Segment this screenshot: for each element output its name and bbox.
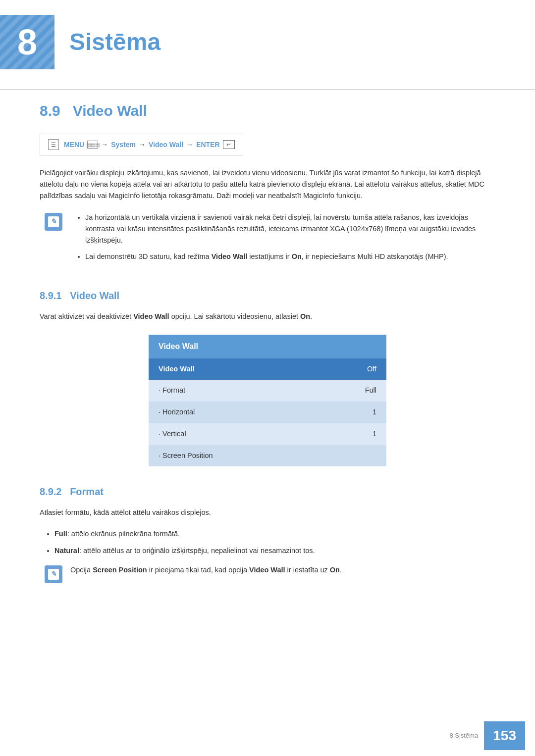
video-wall-item: Video Wall <box>149 140 183 150</box>
page-footer: 8 Sistēma 153 <box>0 715 535 756</box>
widget-vertical-value: 1 <box>373 429 376 440</box>
widget-row-screenposition[interactable]: · Screen Position <box>149 445 386 467</box>
note-box-1: ✎ Ja horizontālā un vertikālā virzienā i… <box>40 212 495 271</box>
note2-text: Opcija Screen Position ir pieejama tikai… <box>70 564 495 576</box>
footer-page-number: 153 <box>484 721 525 750</box>
full-bold: Full <box>54 530 67 538</box>
subsection-891-heading: 8.9.1 Video Wall <box>40 288 495 303</box>
note-bullet-1: Ja horizontālā un vertikālā virzienā ir … <box>85 212 495 247</box>
widget-videowall-label: Video Wall <box>159 364 195 375</box>
on-bold: On <box>300 312 310 320</box>
note-content-2: Opcija Screen Position ir pieejama tikai… <box>70 564 495 586</box>
widget-videowall-value: Off <box>367 364 376 375</box>
subsection-892-title: Format <box>70 486 104 497</box>
screen-position-bold: Screen Position <box>93 566 147 574</box>
widget-row-videowall[interactable]: Video Wall Off <box>149 358 386 380</box>
widget-vertical-label: · Vertical <box>159 429 186 440</box>
on-bold-2: On <box>330 566 340 574</box>
video-wall-bold: Video Wall <box>133 312 169 320</box>
video-wall-widget: Video Wall Video Wall Off · Format Full … <box>149 335 386 467</box>
chapter-number-block: 8 <box>0 15 54 69</box>
format-bullet-list: Full: attēlo ekrānus pilnekrāna formātā.… <box>40 528 495 556</box>
widget-title-bar: Video Wall <box>149 335 386 358</box>
menu-grid-icon: ▤▤▤ <box>87 141 98 149</box>
format-bullet-full: Full: attēlo ekrānus pilnekrāna formātā. <box>54 528 495 540</box>
subsection-891-body: Varat aktivizēt vai deaktivizēt Video Wa… <box>40 311 495 322</box>
arrow2: → <box>139 140 146 150</box>
subsection-892-heading: 8.9.2 Format <box>40 484 495 499</box>
chapter-title: Sistēma <box>69 24 160 60</box>
note-icon-2: ✎ <box>45 565 62 583</box>
menu-path-box: ☰ MENU ▤▤▤ → System → Video Wall → ENTER… <box>40 134 243 155</box>
widget-row-horizontal[interactable]: · Horizontal 1 <box>149 402 386 423</box>
widget-row-vertical[interactable]: · Vertical 1 <box>149 423 386 445</box>
note-box-2: ✎ Opcija Screen Position ir pieejama tik… <box>40 564 495 586</box>
widget-horizontal-value: 1 <box>373 407 376 418</box>
menu-icon: ☰ <box>48 139 59 150</box>
subsection-891-number: 8.9.1 <box>40 290 61 301</box>
widget-screenposition-label: · Screen Position <box>159 451 213 461</box>
video-wall-highlight: Video Wall <box>212 252 248 260</box>
on-highlight: On <box>292 252 302 260</box>
subsection-891-title: Video Wall <box>70 290 119 301</box>
chapter-number: 8 <box>17 24 37 60</box>
page: 8 Sistēma 8.9 Video Wall ☰ MENU ▤▤▤ → Sy… <box>0 0 535 756</box>
note-icon-symbol: ✎ <box>48 216 59 227</box>
note-icon-1: ✎ <box>45 213 62 231</box>
arrow1: → <box>101 140 108 150</box>
section-number: 8.9 <box>40 102 60 119</box>
widget-format-label: · Format <box>159 385 185 396</box>
format-bullet-natural: Natural: attēlo attēlus ar to oriģinālo … <box>54 545 495 556</box>
widget-title: Video Wall <box>159 342 198 351</box>
system-item: System <box>111 140 136 150</box>
chapter-header: 8 Sistēma <box>0 0 535 84</box>
enter-icon: ↵ <box>223 140 235 149</box>
widget-row-format[interactable]: · Format Full <box>149 380 386 402</box>
footer-section-label: 8 Sistēma <box>449 731 478 741</box>
widget-horizontal-label: · Horizontal <box>159 407 195 418</box>
section-heading: 8.9 Video Wall <box>40 100 495 122</box>
note-icon-symbol-2: ✎ <box>48 569 59 580</box>
enter-label: ENTER <box>196 140 219 150</box>
section-title: Video Wall <box>73 102 147 119</box>
natural-bold: Natural <box>54 547 79 554</box>
main-content: 8.9 Video Wall ☰ MENU ▤▤▤ → System → Vid… <box>0 100 535 586</box>
note-bullet-2: Lai demonstrētu 3D saturu, kad režīma Vi… <box>85 251 495 262</box>
note-content-1: Ja horizontālā un vertikālā virzienā ir … <box>70 212 495 271</box>
arrow3: → <box>186 140 193 150</box>
intro-paragraph: Pielāgojiet vairāku displeju izkārtojumu… <box>40 167 495 202</box>
menu-label: MENU <box>64 140 84 150</box>
header-divider <box>0 89 535 90</box>
widget-format-value: Full <box>365 385 376 396</box>
video-wall-bold-2: Video Wall <box>249 566 285 574</box>
subsection-892-body: Atlasiet formātu, kādā attēlot attēlu va… <box>40 507 495 518</box>
note-bullet-list: Ja horizontālā un vertikālā virzienā ir … <box>70 212 495 263</box>
subsection-892-number: 8.9.2 <box>40 486 61 497</box>
